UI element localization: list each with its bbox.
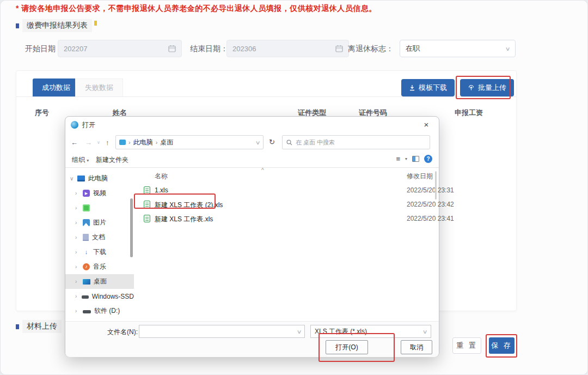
filename-label: 文件名(N): bbox=[107, 328, 138, 337]
dialog-title: 打开 bbox=[82, 120, 95, 130]
chevron-down-icon[interactable]: ∨ bbox=[296, 329, 302, 335]
sidebar-item-label: 音乐 bbox=[93, 262, 106, 271]
sidebar-item-label: 软件 (D:) bbox=[94, 306, 120, 316]
col-seq: 序号 bbox=[35, 108, 49, 118]
end-date-label: 结束日期： bbox=[190, 44, 228, 54]
chevron-down-icon: ∨ bbox=[422, 329, 427, 335]
file-list-scrollbar[interactable] bbox=[435, 171, 437, 199]
organize-label: 组织 bbox=[72, 156, 85, 164]
file-row[interactable]: 新建 XLS 工作表.xls 2022/5/20 23:41 bbox=[138, 211, 437, 226]
batch-upload-label: 批量上传 bbox=[478, 83, 506, 93]
tab-failed-data[interactable]: 失败数据 bbox=[75, 78, 123, 96]
chevron-right-icon[interactable]: › bbox=[75, 220, 79, 226]
new-folder-button[interactable]: 新建文件夹 bbox=[96, 155, 128, 165]
retire-flag-select[interactable]: 在职 ∨ bbox=[400, 40, 516, 57]
reset-button[interactable]: 重 置 bbox=[452, 337, 481, 354]
chevron-right-icon[interactable]: › bbox=[75, 205, 79, 211]
filetype-select[interactable]: XLS 工作表 (*.xls) ∨ bbox=[310, 325, 431, 338]
app-window: * 请按各地申报公告要求，不需申报退休人员养老金的不必导出退休人员填报，仅供核对… bbox=[0, 0, 588, 375]
chevron-right-icon[interactable]: › bbox=[75, 249, 79, 255]
column-date-modified[interactable]: 修改日期 bbox=[407, 172, 433, 181]
chevron-right-icon[interactable]: › bbox=[75, 190, 79, 196]
preview-pane-icon[interactable] bbox=[412, 156, 419, 162]
section-bullet bbox=[16, 324, 19, 329]
chevron-right-icon[interactable]: › bbox=[75, 264, 79, 270]
sidebar-item-label: Windows-SSD bbox=[92, 293, 134, 300]
close-icon[interactable]: × bbox=[418, 118, 434, 132]
sidebar-scrollbar[interactable] bbox=[130, 198, 133, 257]
sidebar-item-documents[interactable]: › 文档 bbox=[65, 230, 134, 245]
chevron-down-icon: ∨ bbox=[505, 46, 510, 52]
dialog-footer: 文件名(N): ∨ XLS 工作表 (*.xls) ∨ 打开(O) 取消 bbox=[65, 321, 439, 357]
sidebar-item-label: 视频 bbox=[93, 189, 106, 198]
column-name[interactable]: 名称 bbox=[155, 172, 168, 181]
breadcrumb-this-pc[interactable]: 此电脑 bbox=[133, 138, 153, 147]
chevron-right-icon[interactable]: › bbox=[75, 293, 78, 299]
sidebar-item-downloads[interactable]: › ↓ 下载 bbox=[65, 245, 134, 259]
forward-icon[interactable]: → bbox=[85, 138, 92, 147]
file-date: 2022/5/20 23:41 bbox=[407, 215, 454, 222]
chevron-right-icon[interactable]: › bbox=[75, 279, 79, 285]
file-name[interactable]: 新建 XLS 工作表.xls bbox=[155, 215, 213, 224]
cancel-button[interactable]: 取消 bbox=[401, 340, 432, 354]
help-icon[interactable]: ? bbox=[424, 155, 432, 163]
save-button[interactable]: 保 存 bbox=[489, 337, 514, 354]
sidebar-item-videos[interactable]: › ▶ 视频 bbox=[65, 186, 134, 201]
sidebar-item-green-app[interactable]: › bbox=[65, 201, 134, 215]
chevron-right-icon[interactable]: › bbox=[75, 308, 79, 314]
view-caret-icon[interactable]: ▾ bbox=[405, 156, 407, 161]
sidebar-item-label: 桌面 bbox=[94, 277, 107, 286]
address-dropdown-icon[interactable]: ∨ bbox=[255, 140, 260, 146]
search-icon bbox=[286, 140, 292, 146]
file-name[interactable]: 新建 XLS 工作表 (2).xls bbox=[155, 201, 223, 210]
videos-icon: ▶ bbox=[83, 190, 90, 197]
chevron-right-icon[interactable]: › bbox=[75, 234, 79, 240]
file-row-highlighted[interactable]: 新建 XLS 工作表 (2).xls 2022/5/20 23:42 bbox=[138, 197, 437, 211]
sort-ascending-icon: ^ bbox=[261, 167, 264, 173]
result-list-section-header: 缴费申报结果列表 bbox=[16, 19, 97, 32]
sidebar-item-software-d[interactable]: › 软件 (D:) bbox=[65, 304, 134, 318]
file-name[interactable]: 1.xls bbox=[155, 186, 168, 194]
sidebar-item-music[interactable]: › ♪ 音乐 bbox=[65, 259, 134, 274]
tab-success-data[interactable]: 成功数据 bbox=[33, 78, 79, 96]
search-box[interactable] bbox=[282, 135, 430, 149]
breadcrumb-separator: › bbox=[156, 139, 158, 146]
retire-flag-value: 在职 bbox=[406, 44, 506, 53]
file-row[interactable]: 1.xls 2022/5/20 23:31 bbox=[138, 183, 437, 197]
documents-icon bbox=[83, 234, 89, 241]
list-view-icon[interactable]: ≡ bbox=[396, 155, 400, 163]
history-dropdown-icon[interactable]: ∨ bbox=[97, 140, 100, 145]
end-date-input[interactable]: 202306 bbox=[226, 40, 349, 57]
filename-field[interactable]: ∨ bbox=[139, 325, 305, 338]
filetype-value: XLS 工作表 (*.xls) bbox=[315, 327, 367, 336]
green-app-icon bbox=[83, 204, 90, 211]
file-date: 2022/5/20 23:31 bbox=[407, 186, 454, 194]
up-icon[interactable]: ↑ bbox=[106, 138, 109, 147]
download-icon bbox=[409, 84, 415, 91]
dialog-titlebar: 打开 bbox=[65, 117, 439, 133]
search-input[interactable] bbox=[296, 139, 426, 146]
filename-input[interactable] bbox=[143, 328, 297, 335]
back-icon[interactable]: ← bbox=[71, 138, 78, 147]
organize-menu[interactable]: 组织 ▾ bbox=[72, 155, 89, 165]
title-highlight-marker bbox=[94, 21, 97, 26]
open-button[interactable]: 打开(O) bbox=[326, 340, 368, 354]
section-bullet bbox=[16, 23, 19, 28]
dialog-toolbar: 组织 ▾ 新建文件夹 ≡ ▾ ? bbox=[65, 152, 439, 168]
address-bar[interactable]: › 此电脑 › 桌面 ∨ bbox=[115, 135, 264, 149]
sidebar-item-this-pc[interactable]: ∨ 此电脑 bbox=[65, 171, 134, 186]
start-date-value: 202207 bbox=[64, 45, 168, 53]
sidebar-item-pictures[interactable]: › 图片 bbox=[65, 215, 134, 230]
sidebar-item-windows-ssd[interactable]: › Windows-SSD bbox=[65, 289, 134, 304]
file-list: 名称 ^ 修改日期 1.xls 2022/5/20 23:31 新建 XLS 工… bbox=[138, 169, 437, 321]
desktop-icon bbox=[83, 279, 90, 285]
sidebar-item-label: 图片 bbox=[93, 218, 106, 227]
sidebar-item-desktop[interactable]: › 桌面 bbox=[65, 274, 134, 289]
refresh-icon[interactable]: ↻ bbox=[269, 138, 275, 146]
chevron-expanded-icon[interactable]: ∨ bbox=[70, 176, 74, 182]
breadcrumb-desktop[interactable]: 桌面 bbox=[160, 138, 173, 147]
template-download-button[interactable]: 模板下载 bbox=[401, 79, 455, 96]
start-date-input[interactable]: 202207 bbox=[58, 40, 182, 57]
downloads-icon: ↓ bbox=[83, 249, 90, 256]
batch-upload-button[interactable]: 批量上传 bbox=[460, 79, 514, 96]
